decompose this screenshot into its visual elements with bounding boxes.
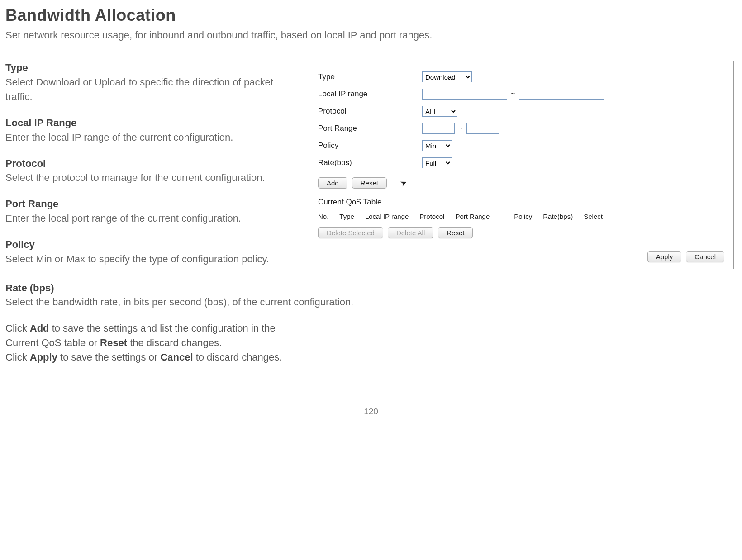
reset-table-button[interactable]: Reset (438, 227, 473, 238)
dialog-policy-label: Policy (318, 140, 422, 152)
dialog-protocol-label: Protocol (318, 106, 422, 117)
localip-start-input[interactable] (422, 89, 507, 100)
qos-header-select: Select (584, 212, 603, 222)
dialog-type-label: Type (318, 71, 422, 83)
range-separator: ~ (458, 123, 463, 134)
cancel-button[interactable]: Cancel (686, 251, 724, 262)
footer-line-2: Current QoS table or Reset the discard c… (5, 336, 737, 350)
qos-table-headers: No. Type Local IP range Protocol Port Ra… (318, 212, 724, 222)
section-policy-label: Policy (5, 237, 290, 252)
section-rate-label: Rate (bps) (5, 281, 737, 295)
footer-line-3: Click Apply to save the settings or Canc… (5, 350, 737, 365)
qos-header-rate: Rate(bps) (543, 212, 573, 222)
apply-button[interactable]: Apply (647, 251, 682, 262)
section-protocol-label: Protocol (5, 157, 290, 171)
cursor-icon: ➤ (398, 176, 409, 190)
section-rate-text: Select the bandwidth rate, in bits per s… (5, 295, 737, 309)
reset-button[interactable]: Reset (352, 177, 387, 189)
dialog-rate-label: Rate(bps) (318, 157, 422, 169)
page-title: Bandwidth Allocation (5, 4, 737, 27)
section-portrange-label: Port Range (5, 197, 290, 211)
qos-dialog: Type Download Local IP range ~ Protocol … (309, 61, 734, 269)
section-localip-label: Local IP Range (5, 116, 290, 130)
section-type-label: Type (5, 61, 290, 75)
qos-header-no: No. (318, 212, 328, 222)
rate-select[interactable]: Full (422, 157, 452, 168)
footer-line-1: Click Add to save the settings and list … (5, 321, 737, 336)
page-subtitle: Set network resource usage, for inbound … (5, 28, 737, 43)
qos-header-localip: Local IP range (365, 212, 409, 222)
localip-end-input[interactable] (519, 89, 604, 100)
dialog-localip-label: Local IP range (318, 89, 422, 100)
qos-header-portrange: Port Range (455, 212, 490, 222)
delete-all-button[interactable]: Delete All (388, 227, 433, 238)
dialog-portrange-label: Port Range (318, 123, 422, 134)
policy-select[interactable]: Min (422, 140, 452, 151)
qos-header-protocol: Protocol (419, 212, 444, 222)
qos-header-type: Type (339, 212, 354, 222)
delete-selected-button[interactable]: Delete Selected (318, 227, 383, 238)
type-select[interactable]: Download (422, 71, 472, 82)
portrange-end-input[interactable] (466, 123, 499, 134)
section-policy-text: Select Min or Max to specify the type of… (5, 252, 290, 266)
section-type-text: Select Download or Upload to specific th… (5, 75, 290, 104)
section-protocol-text: Select the protocol to manage for the cu… (5, 171, 290, 185)
portrange-start-input[interactable] (422, 123, 455, 134)
section-portrange-text: Enter the local port range of the curren… (5, 211, 290, 226)
page-number: 120 (5, 405, 737, 418)
qos-table-title: Current QoS Table (318, 197, 724, 208)
section-localip-text: Enter the local IP range of the current … (5, 130, 290, 145)
range-separator: ~ (511, 89, 515, 100)
protocol-select[interactable]: ALL (422, 106, 457, 117)
qos-header-policy: Policy (514, 212, 532, 222)
add-button[interactable]: Add (318, 177, 347, 189)
